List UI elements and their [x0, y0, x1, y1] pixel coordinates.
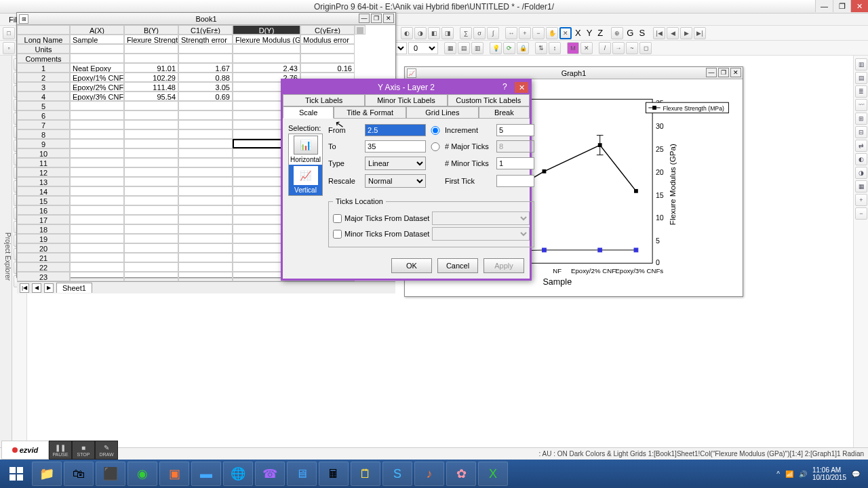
data-cell[interactable]: 91.01 [124, 63, 178, 73]
minimize-button[interactable]: — [815, 0, 833, 12]
empty-cell[interactable] [70, 196, 124, 205]
math-icon[interactable]: ∑ [460, 27, 472, 39]
data-cell[interactable]: Neat Epoxy [70, 63, 124, 73]
r-stack-icon[interactable]: ▤ [855, 72, 867, 84]
empty-cell[interactable] [124, 253, 178, 262]
type-select[interactable]: Linear [365, 157, 426, 170]
data-cell[interactable]: 0.69 [178, 92, 233, 101]
r-merge-icon[interactable]: ⊞ [855, 113, 867, 125]
empty-cell[interactable] [178, 129, 233, 139]
empty-cell[interactable] [124, 101, 178, 110]
book1-close[interactable]: ✕ [383, 14, 394, 23]
rescale-icon[interactable]: ↔ [505, 27, 517, 39]
empty-cell[interactable] [124, 110, 178, 120]
row-number[interactable]: 21 [17, 253, 70, 262]
data-cell[interactable]: 0.88 [178, 73, 233, 82]
first-tick-input[interactable] [496, 175, 534, 187]
book1-max[interactable]: ❐ [371, 14, 382, 23]
units-cell[interactable] [178, 44, 233, 54]
taskbar-app7[interactable]: ✿ [446, 462, 476, 486]
sort-icon[interactable]: ↕ [549, 42, 561, 54]
col-header[interactable] [17, 25, 70, 35]
taskbar-notes[interactable]: 🗒 [351, 462, 380, 486]
enlarge-icon[interactable]: ⊕ [611, 27, 623, 39]
selection-vertical[interactable]: 📈 Vertical [289, 165, 322, 195]
tray-time[interactable]: 11:06 AM [812, 466, 846, 474]
empty-cell[interactable] [124, 224, 178, 234]
empty-cell[interactable] [178, 186, 233, 196]
r-layer-icon[interactable]: ▦ [855, 180, 867, 192]
units-cell[interactable] [233, 44, 300, 54]
row-number[interactable]: 1 [17, 63, 70, 73]
row-number[interactable]: 4 [17, 92, 70, 101]
taskbar-excel[interactable]: X [478, 462, 508, 486]
longname-cell[interactable]: Flexure Strength [124, 35, 178, 44]
empty-cell[interactable] [124, 177, 178, 186]
taskbar-app5[interactable]: 🖥 [287, 462, 317, 486]
empty-cell[interactable] [178, 120, 233, 129]
r-swap-icon[interactable]: ⇄ [855, 140, 867, 152]
graph1-min[interactable]: — [706, 68, 717, 77]
symbol-combo[interactable]: 0 [408, 42, 438, 54]
col-header[interactable]: C1(yEr±) [178, 25, 233, 35]
taskbar-explorer[interactable]: 📁 [32, 462, 62, 486]
tray-date[interactable]: 10/10/2015 [812, 474, 846, 481]
r-plot-icon[interactable]: 〰 [855, 99, 867, 111]
row-number[interactable]: 23 [17, 272, 70, 281]
taskbar-skype[interactable]: S [382, 462, 412, 486]
zoom-in-icon[interactable]: + [519, 27, 531, 39]
data-cell[interactable]: 95.54 [124, 92, 178, 101]
empty-cell[interactable] [178, 196, 233, 205]
taskbar-store[interactable]: 🛍 [64, 462, 94, 486]
empty-cell[interactable] [124, 120, 178, 129]
tray-vol-icon[interactable]: 🔊 [799, 470, 807, 478]
project-explorer-tab[interactable]: Project Explorer [4, 232, 12, 281]
sheet-next[interactable]: ▶ [44, 283, 54, 293]
major-from-dataset-select[interactable] [432, 211, 530, 225]
taskbar-app2[interactable]: ◉ [127, 462, 157, 486]
data-cell[interactable]: 2.43 [233, 63, 300, 73]
stat-icon[interactable]: σ [473, 27, 486, 39]
row-number[interactable]: 9 [17, 139, 70, 148]
data-cell[interactable]: 1.67 [178, 63, 233, 73]
pattern-icon[interactable]: ▦ [444, 42, 456, 54]
empty-cell[interactable] [124, 272, 178, 281]
empty-cell[interactable] [70, 262, 124, 272]
increment-input[interactable] [496, 124, 534, 136]
empty-cell[interactable] [70, 158, 124, 167]
empty-cell[interactable] [70, 177, 124, 186]
tab-custom-tick-labels[interactable]: Custom Tick Labels [448, 94, 530, 106]
recalc-icon[interactable]: ⟳ [503, 42, 515, 54]
to-input[interactable] [365, 140, 426, 152]
taskbar-app1[interactable]: ⬛ [96, 462, 125, 486]
row-number[interactable]: 18 [17, 224, 70, 234]
rowheader-comments[interactable]: Comments [17, 54, 70, 63]
tray-notif-icon[interactable]: 💬 [852, 470, 860, 478]
sheet-first[interactable]: |◀ [20, 283, 29, 293]
selection-list[interactable]: 📊 Horizontal 📈 Vertical [288, 134, 323, 196]
tab-minor-tick-labels[interactable]: Minor Tick Labels [365, 94, 447, 106]
col-header[interactable]: B(Y) [124, 25, 178, 35]
row-number[interactable]: 10 [17, 148, 70, 158]
cancel-button[interactable]: Cancel [437, 258, 478, 273]
rowheader-units[interactable]: Units [17, 44, 70, 54]
col-header[interactable]: D(Y) [233, 25, 300, 35]
tab-tick-labels[interactable]: Tick Labels [283, 94, 365, 106]
comments-cell[interactable] [300, 54, 355, 63]
tab-scale[interactable]: Scale [283, 106, 334, 119]
graph1-titlebar[interactable]: 📈 Graph1 — ❐ ✕ [405, 67, 743, 79]
row-number[interactable]: 5 [17, 101, 70, 110]
next-icon[interactable]: ▶ [680, 27, 692, 39]
row-number[interactable]: 8 [17, 129, 70, 139]
r-del-icon[interactable]: − [855, 207, 867, 220]
longname-cell[interactable]: Strength error [178, 35, 233, 44]
units-cell[interactable] [300, 44, 355, 54]
last-icon[interactable]: ▶| [694, 27, 706, 39]
empty-cell[interactable] [178, 139, 233, 148]
pattern2-icon[interactable]: ▤ [458, 42, 470, 54]
r-mask2-icon[interactable]: ◑ [855, 167, 867, 179]
empty-cell[interactable] [124, 158, 178, 167]
comments-cell[interactable] [178, 54, 233, 63]
taskbar-viber[interactable]: ☎ [255, 462, 285, 486]
mask2-icon[interactable]: ◑ [414, 27, 427, 39]
